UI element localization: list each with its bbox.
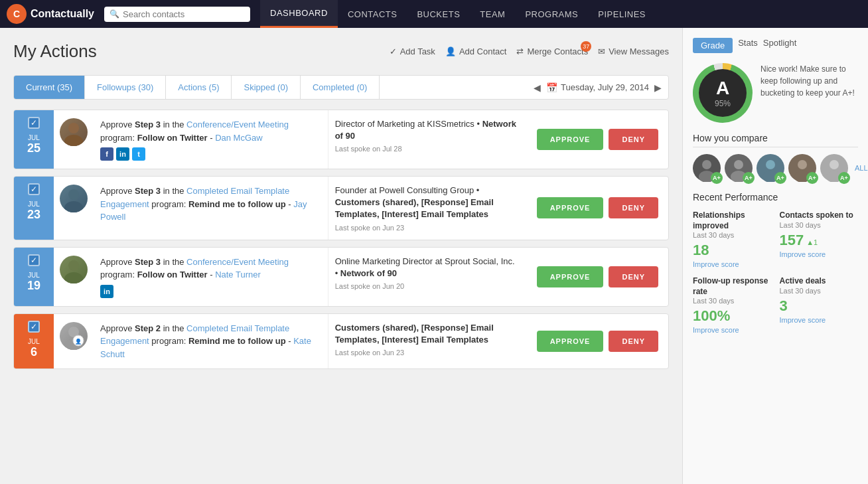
grade-inner: A 95% — [699, 69, 747, 117]
message-icon: ✉ — [598, 46, 605, 56]
sidebar: Grade Stats Spotlight A 95% Nice work! M… — [682, 28, 868, 484]
tab-skipped[interactable]: Skipped (0) — [232, 76, 300, 99]
deny-button[interactable]: DENY — [609, 129, 658, 150]
perf-item: Active deals Last 30 days 3 Improve scor… — [780, 276, 859, 334]
page-title: My Actions — [13, 41, 390, 62]
view-messages-button[interactable]: ✉ View Messages — [598, 46, 669, 56]
facebook-icon[interactable]: f — [100, 147, 113, 161]
nav-contacts[interactable]: CONTACTS — [338, 0, 407, 28]
card-actions: APPROVE DENY — [527, 177, 668, 240]
card-checkbox[interactable] — [28, 254, 40, 266]
nav-dashboard[interactable]: DASHBOARD — [260, 0, 338, 28]
card-date-col: Jul 19 — [14, 248, 54, 306]
card-contact-info: Founder at Powell Consulting Group • Cus… — [328, 177, 527, 240]
sidebar-tab-spotlight[interactable]: Spotlight — [763, 38, 797, 53]
nav-programs[interactable]: PROGRAMS — [515, 0, 588, 28]
card-day: 19 — [27, 279, 40, 293]
logo[interactable]: C Contactually — [7, 4, 94, 24]
add-task-button[interactable]: ✓ Add Task — [390, 46, 435, 56]
sidebar-tab-grade[interactable]: Grade — [693, 38, 733, 53]
action-card: Jul 6 👤 Approve Step 2 in the Completed … — [13, 313, 669, 370]
linkedin-icon[interactable]: in — [116, 147, 129, 161]
twitter-icon[interactable]: t — [132, 147, 145, 161]
improve-score-link[interactable]: Improve score — [780, 250, 859, 258]
person-icon: 👤 — [445, 46, 456, 56]
tab-actions[interactable]: Actions (5) — [166, 76, 232, 99]
compare-grade-badge: A+ — [774, 172, 786, 184]
avatar-img: 👤 — [60, 322, 88, 350]
merge-badge: 37 — [581, 41, 591, 52]
program-link[interactable]: Conference/Event Meeting — [186, 120, 289, 129]
perf-change: ▲1 — [806, 238, 818, 246]
action-text: Approve Step 3 in the Conference/Event M… — [100, 118, 321, 144]
svg-point-0 — [68, 123, 79, 133]
compare-avatar: A+ — [757, 154, 784, 182]
card-date-col: Jul 6 — [14, 314, 54, 369]
last-spoke: Last spoke on Jul 28 — [335, 145, 520, 153]
all-button[interactable]: ALL — [855, 164, 868, 172]
step-action: Follow on Twitter — [137, 133, 208, 143]
perf-item: Relationships improved Last 30 days 18 I… — [693, 210, 772, 268]
action-card: Jul 23 Approve Step 3 in the Completed E… — [13, 176, 669, 240]
date-prev-button[interactable]: ◀ — [534, 82, 541, 93]
tab-followups[interactable]: Followups (30) — [85, 76, 166, 99]
nav-buckets[interactable]: BUCKETS — [407, 0, 470, 28]
step-action: Remind me to follow up — [188, 336, 286, 346]
social-icons: f in t — [100, 147, 321, 161]
card-checkbox[interactable] — [28, 183, 40, 195]
deny-button[interactable]: DENY — [609, 197, 658, 218]
step-label: Step 3 — [135, 186, 161, 196]
search-input[interactable] — [123, 9, 245, 19]
nav-pipelines[interactable]: PIPELINES — [588, 0, 656, 28]
merge-contacts-button[interactable]: ⇄ Merge Contacts 37 — [516, 46, 588, 56]
improve-score-link[interactable]: Improve score — [693, 326, 772, 334]
add-contact-button[interactable]: 👤 Add Contact — [445, 46, 507, 56]
compare-avatar: A+ — [693, 154, 721, 182]
linkedin-icon[interactable]: in — [100, 285, 113, 298]
tab-completed[interactable]: Completed (0) — [301, 76, 380, 99]
tab-current[interactable]: Current (35) — [14, 76, 85, 99]
svg-point-2 — [68, 189, 79, 200]
perf-title: Recent Performance — [693, 192, 858, 202]
action-card: Jul 25 Approve Step 3 in the Conference/… — [13, 110, 669, 169]
contact-name-link[interactable]: Nate Turner — [215, 270, 261, 280]
step-label: Step 3 — [135, 120, 161, 129]
program-link[interactable]: Conference/Event Meeting — [186, 257, 289, 267]
sidebar-tab-stats[interactable]: Stats — [738, 38, 758, 53]
svg-point-3 — [64, 201, 83, 212]
card-date-col: Jul 25 — [14, 110, 54, 169]
nav-team[interactable]: TEAM — [470, 0, 515, 28]
grade-circle: A 95% — [693, 63, 753, 123]
date-next-button[interactable]: ▶ — [654, 82, 662, 93]
compare-grade-badge: A+ — [838, 172, 850, 184]
card-checkbox[interactable] — [28, 321, 40, 333]
sidebar-tabs: Grade Stats Spotlight — [693, 38, 858, 53]
compare-section: How you compare A+ A+ A+ A+ — [693, 133, 858, 182]
deny-button[interactable]: DENY — [609, 266, 658, 287]
card-contact-info: Customers (shared), [Response] Email Tem… — [328, 314, 527, 369]
svg-point-12 — [734, 160, 743, 169]
card-avatar — [54, 110, 94, 169]
avatar-img — [60, 185, 88, 212]
deny-button[interactable]: DENY — [609, 331, 658, 352]
logo-text: Contactually — [31, 8, 94, 20]
card-checkbox[interactable] — [28, 117, 40, 129]
improve-score-link[interactable]: Improve score — [780, 316, 859, 324]
perf-item: Contacts spoken to Last 30 days 157 ▲1 I… — [780, 210, 859, 268]
approve-button[interactable]: APPROVE — [537, 266, 604, 287]
card-contact-info: Online Marketing Director at Sprout Soci… — [328, 248, 527, 306]
last-spoke: Last spoke on Jun 20 — [335, 282, 520, 290]
search-box[interactable]: 🔍 — [104, 7, 250, 22]
approve-button[interactable]: APPROVE — [537, 129, 604, 150]
perf-label: Active deals — [780, 276, 859, 287]
task-icon: ✓ — [390, 46, 397, 56]
compare-avatars: A+ A+ A+ A+ A+ ALL — [693, 154, 858, 182]
svg-point-4 — [68, 260, 79, 271]
approve-button[interactable]: APPROVE — [537, 197, 604, 218]
social-icons: in — [100, 285, 321, 298]
action-text: Approve Step 2 in the Completed Email Te… — [100, 322, 321, 361]
improve-score-link[interactable]: Improve score — [693, 260, 772, 268]
contact-name-link[interactable]: Dan McGaw — [215, 133, 263, 143]
approve-button[interactable]: APPROVE — [537, 331, 604, 352]
grade-letter: A — [716, 78, 729, 99]
